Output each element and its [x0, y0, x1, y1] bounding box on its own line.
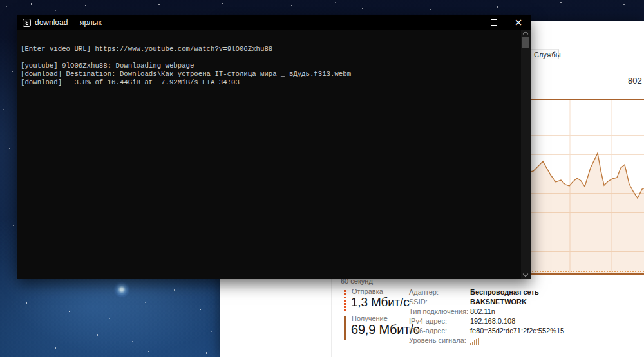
starfield-bright: [0, 0, 1, 1]
signal-bars-icon: [470, 337, 480, 345]
console-window: download — ярлык × [Enter video URL] htt…: [17, 15, 531, 279]
detail-label: IPv4-адрес:: [409, 317, 447, 325]
detail-value: Беспроводная сеть: [470, 288, 539, 296]
console-line: [youtube] 9lO06Zxhu88: Downloading webpa…: [21, 62, 521, 70]
detail-value: 192.168.0.108: [470, 317, 515, 325]
detail-label: IPv6-адрес:: [409, 327, 447, 334]
scrollbar-thumb[interactable]: [522, 37, 529, 48]
adapter-name-text: 802: [628, 76, 642, 86]
maximize-button[interactable]: [482, 15, 506, 30]
detail-value: BAKSNETWORK: [470, 298, 527, 306]
console-title: download — ярлык: [35, 18, 102, 27]
detail-row-signal: Уровень сигнала:: [409, 336, 466, 345]
minimize-icon: [466, 23, 473, 23]
send-legend-indicator: [344, 290, 346, 311]
console-scrollbar[interactable]: [521, 30, 531, 279]
detail-label: SSID:: [409, 298, 428, 306]
send-value: 1,3 Мбит/с: [351, 295, 410, 309]
console-line: [download] Destination: Downloads\Как ус…: [21, 70, 521, 78]
console-line: [Enter video URL] https://www.youtube.co…: [21, 45, 521, 53]
detail-value: fe80::35d2:dc71:2f2c:552%15: [470, 327, 564, 334]
detail-row-ipv6: IPv6-адрес: fe80::35d2:dc71:2f2c:552%15: [409, 327, 447, 336]
detail-value: 802.11n: [470, 307, 495, 315]
close-button[interactable]: ×: [506, 15, 531, 30]
scroll-up-icon[interactable]: [523, 32, 528, 37]
console-output[interactable]: [Enter video URL] https://www.youtube.co…: [17, 45, 521, 279]
detail-label: Адаптер:: [409, 288, 439, 296]
glowing-star: [113, 281, 130, 298]
console-icon: [23, 19, 31, 27]
detail-row-ipv4: IPv4-адрес: 192.168.0.108: [409, 317, 447, 326]
send-label: Отправка: [352, 288, 383, 295]
receive-label: Получение: [352, 315, 388, 322]
detail-label: Тип подключения:: [409, 307, 468, 315]
minimize-button[interactable]: [457, 15, 482, 30]
detail-label: Уровень сигнала:: [409, 336, 466, 344]
maximize-icon: [491, 19, 497, 26]
desktop: Службы 802 60 секунд Отправка 1,3 Мбит/с…: [0, 0, 644, 357]
detail-row-ssid: SSID: BAKSNETWORK: [409, 298, 428, 307]
console-line: [21, 53, 521, 62]
console-line: [download] 3.8% of 16.44GiB at 7.92MiB/s…: [21, 78, 521, 87]
console-title-bar[interactable]: download — ярлык ×: [17, 15, 531, 30]
detail-row-connection-type: Тип подключения: 802.11n: [409, 307, 468, 316]
scroll-down-icon[interactable]: [523, 271, 528, 277]
tab-services[interactable]: Службы: [531, 49, 559, 59]
receive-legend-indicator: [344, 316, 346, 340]
detail-row-adapter: Адаптер: Беспроводная сеть: [409, 288, 439, 297]
